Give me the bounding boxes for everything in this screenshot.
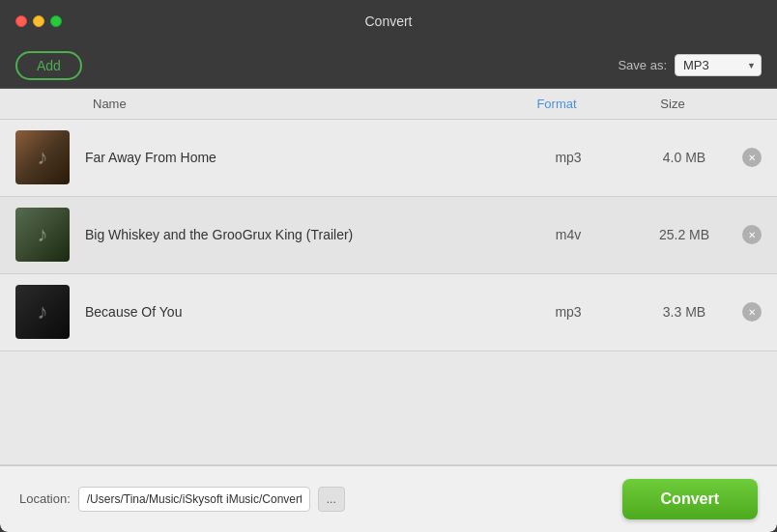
file-thumbnail bbox=[15, 285, 70, 339]
location-input[interactable] bbox=[78, 487, 310, 512]
content-area: Name Format Size Far Away From Home mp3 … bbox=[0, 89, 777, 532]
toolbar: Add Save as: MP3 M4A M4V MP4 AAC WAV FLA… bbox=[0, 42, 777, 89]
browse-button[interactable]: ... bbox=[318, 487, 345, 512]
file-size: 25.2 MB bbox=[626, 227, 742, 242]
save-as-label: Save as: bbox=[618, 58, 667, 72]
file-name: Far Away From Home bbox=[85, 150, 216, 165]
file-info: Far Away From Home bbox=[85, 149, 510, 166]
close-button[interactable] bbox=[15, 15, 27, 27]
titlebar: Convert bbox=[0, 0, 777, 42]
remove-button[interactable] bbox=[742, 225, 762, 244]
save-as-area: Save as: MP3 M4A M4V MP4 AAC WAV FLAC bbox=[618, 54, 762, 76]
minimize-button[interactable] bbox=[33, 15, 44, 27]
location-label: Location: bbox=[19, 491, 71, 506]
location-area: Location: ... bbox=[19, 487, 345, 512]
maximize-button[interactable] bbox=[50, 15, 62, 27]
file-format: m4v bbox=[510, 227, 626, 242]
file-thumbnail bbox=[15, 130, 70, 184]
table-row: Far Away From Home mp3 4.0 MB bbox=[0, 120, 777, 197]
thumb-art bbox=[15, 285, 70, 339]
file-info: Because Of You bbox=[85, 303, 510, 321]
app-window: Convert Add Save as: MP3 M4A M4V MP4 AAC… bbox=[0, 0, 777, 532]
remove-button[interactable] bbox=[742, 302, 762, 322]
col-header-format: Format bbox=[499, 97, 615, 111]
window-title: Convert bbox=[364, 14, 412, 29]
file-list: Far Away From Home mp3 4.0 MB Big Whiske… bbox=[0, 120, 777, 351]
remove-button[interactable] bbox=[742, 148, 762, 167]
file-format: mp3 bbox=[510, 304, 626, 320]
col-header-size: Size bbox=[615, 97, 731, 111]
file-format: mp3 bbox=[510, 150, 626, 165]
file-name: Because Of You bbox=[85, 304, 182, 320]
file-info: Big Whiskey and the GrooGrux King (Trail… bbox=[85, 226, 510, 243]
empty-drop-area[interactable] bbox=[0, 351, 777, 465]
table-row: Because Of You mp3 3.3 MB bbox=[0, 274, 777, 351]
thumb-art bbox=[15, 208, 70, 262]
add-button[interactable]: Add bbox=[15, 51, 82, 80]
col-header-name: Name bbox=[93, 97, 499, 111]
table-row: Big Whiskey and the GrooGrux King (Trail… bbox=[0, 197, 777, 274]
table-header: Name Format Size bbox=[0, 89, 777, 120]
save-as-select[interactable]: MP3 M4A M4V MP4 AAC WAV FLAC bbox=[675, 54, 762, 76]
file-size: 4.0 MB bbox=[626, 150, 742, 165]
save-as-select-wrapper[interactable]: MP3 M4A M4V MP4 AAC WAV FLAC bbox=[675, 54, 762, 76]
file-name: Big Whiskey and the GrooGrux King (Trail… bbox=[85, 227, 353, 242]
bottom-bar: Location: ... Convert bbox=[0, 465, 777, 532]
file-size: 3.3 MB bbox=[626, 304, 742, 320]
thumb-art bbox=[15, 130, 70, 184]
traffic-lights bbox=[15, 15, 62, 27]
file-thumbnail bbox=[15, 208, 70, 262]
convert-button[interactable]: Convert bbox=[622, 479, 758, 519]
